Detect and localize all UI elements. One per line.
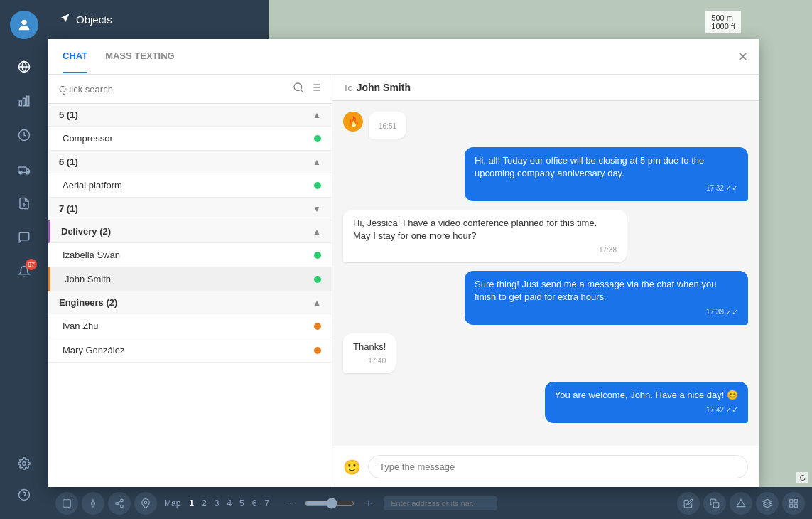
bottom-toolbar: Map 1 2 3 4 5 6 7 − + [48,487,812,519]
toolbar-btn-pin[interactable] [82,492,104,515]
group-header-6[interactable]: 6 (1) ▲ [48,151,332,173]
double-check-4: ✓✓ [725,307,738,318]
toolbar-btn-copy[interactable] [703,492,726,515]
toolbar-btn-grid[interactable] [782,492,805,515]
map-tab-4[interactable]: 4 [224,497,234,510]
contact-aerial[interactable]: Aerial platform [48,173,332,198]
modal-body: 5 (1) ▲ Compressor 6 (1) ▲ Aerial platfo… [48,75,759,487]
toolbar-btn-polygon[interactable] [730,492,752,515]
to-label: To [343,82,353,93]
close-button[interactable]: ✕ [737,50,748,63]
msg-time-2: 17:32 [706,183,724,193]
contact-john-smith[interactable]: John Smith [48,267,332,291]
contact-compressor[interactable]: Compressor [48,127,332,151]
svg-rect-38 [794,499,797,502]
toolbar-btn-share[interactable] [108,492,131,515]
message-6: You are welcome, John. Have a nice day! … [343,382,748,423]
svg-point-0 [21,20,26,25]
status-dot-green [314,135,321,142]
sidebar-icon-bell[interactable]: 67 [10,257,38,286]
sidebar-icon-chart[interactable] [10,87,38,115]
svg-marker-36 [763,499,772,503]
message-4: Sure thing! Just send me a message via t… [343,271,748,325]
contact-izabella[interactable]: Izabella Swan [48,243,332,267]
chat-input-area: 🙂 [332,446,759,487]
group-header-7[interactable]: 7 (1) ▼ [48,198,332,220]
message-bubble-6: You are welcome, John. Have a nice day! … [545,382,748,423]
sidebar-icon-doc[interactable] [10,189,38,218]
message-5: Thanks! 17:40 [343,333,748,373]
double-check-2: ✓✓ [725,183,738,193]
chevron-down-icon-7: ▼ [313,204,321,214]
left-sidebar: 67 [0,0,48,519]
status-dot-john [314,276,321,283]
modal-header: CHAT MASS TEXTING ✕ [48,39,759,75]
status-dot-izabella [314,252,321,259]
notification-badge: 67 [26,259,37,270]
sidebar-icon-chat[interactable] [10,223,38,252]
msg-time-5: 17:40 [368,356,386,366]
svg-rect-3 [19,101,21,106]
address-input[interactable] [384,496,497,510]
map-tab-5[interactable]: 5 [237,497,247,510]
map-tab-6[interactable]: 6 [249,497,260,510]
map-label: Map [164,498,180,508]
tab-mass-texting[interactable]: MASS TEXTING [105,40,175,73]
group-header-engineers[interactable]: Engineers (2) ▲ [48,291,332,314]
svg-point-29 [116,502,119,505]
svg-rect-40 [790,504,793,507]
toolbar-btn-location[interactable] [134,492,157,515]
svg-point-28 [121,499,124,502]
list-icon[interactable] [310,82,321,96]
toolbar-btn-pencil[interactable] [677,492,700,515]
message-bubble-4: Sure thing! Just send me a message via t… [465,271,748,325]
tab-chat[interactable]: CHAT [63,40,87,73]
objects-bar: Objects [48,0,269,39]
status-dot-mary [314,347,321,354]
zoom-in-button[interactable]: + [357,492,380,515]
sidebar-icon-vehicle[interactable] [10,155,38,183]
svg-point-30 [121,505,124,508]
toolbar-btn-layers2[interactable] [756,492,779,515]
message-bubble-1: 16:51 [369,112,406,139]
group-header-delivery[interactable]: Delivery (2) ▲ [48,220,332,243]
map-tab-2[interactable]: 2 [199,497,210,510]
svg-rect-24 [63,499,71,507]
contact-ivan[interactable]: Ivan Zhu [48,314,332,338]
contact-mary[interactable]: Mary González [48,338,332,363]
message-input[interactable] [368,455,748,478]
sidebar-icon-help[interactable] [10,481,38,509]
svg-rect-37 [790,499,793,502]
group-header-5[interactable]: 5 (1) ▲ [48,104,332,127]
message-bubble-5: Thanks! 17:40 [343,333,396,373]
zoom-out-button[interactable]: − [279,492,302,515]
search-icon[interactable] [293,82,304,96]
fire-icon: 🔥 [343,112,363,132]
svg-rect-39 [794,504,797,507]
sidebar-icon-settings[interactable] [10,449,38,478]
search-bar [48,75,332,104]
svg-rect-34 [713,502,719,508]
message-bubble-3: Hi, Jessica! I have a video conference p… [343,210,627,262]
objects-title: Objects [76,14,112,26]
emoji-button[interactable]: 🙂 [343,459,361,476]
sidebar-icon-globe[interactable] [10,53,38,81]
chat-recipient: John Smith [357,82,411,93]
svg-marker-15 [60,14,70,23]
map-tab-7[interactable]: 7 [261,497,272,510]
sidebar-icon-clock[interactable] [10,121,38,149]
sidebar-bottom-icons [10,446,38,512]
map-tab-3[interactable]: 3 [212,497,222,510]
search-input[interactable] [59,84,287,95]
map-tab-1[interactable]: 1 [186,497,197,510]
status-dot-ivan [314,323,321,330]
chat-modal: CHAT MASS TEXTING ✕ 5 (1) ▲ [48,39,759,487]
contact-panel: 5 (1) ▲ Compressor 6 (1) ▲ Aerial platfo… [48,75,332,487]
svg-point-16 [294,83,302,91]
user-avatar[interactable] [10,11,38,39]
contact-list: 5 (1) ▲ Compressor 6 (1) ▲ Aerial platfo… [48,104,332,487]
zoom-slider[interactable] [305,498,354,509]
svg-point-25 [92,501,95,505]
toolbar-btn-layers[interactable] [55,492,78,515]
chevron-up-icon: ▲ [313,110,321,120]
